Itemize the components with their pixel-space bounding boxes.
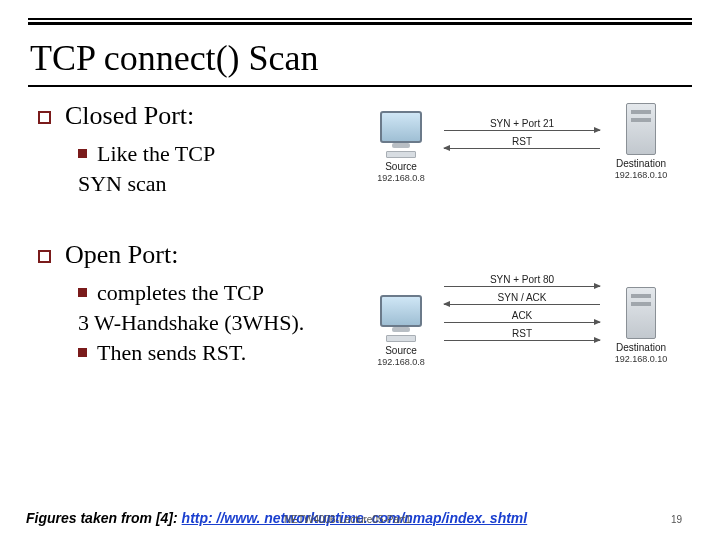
section-heading: Closed Port: [65, 101, 194, 131]
bullet-filled-icon [78, 288, 87, 297]
host-ip: 192.168.0.8 [366, 357, 436, 367]
arrow-label: RST [444, 136, 600, 147]
footer-overprint: NETW4006-Lecture05-Part1 [284, 514, 411, 525]
section-heading: Open Port: [65, 240, 178, 270]
computer-icon [380, 111, 422, 143]
computer-icon [380, 295, 422, 327]
arrow-label: SYN + Port 21 [444, 118, 600, 129]
bullet-open-icon [38, 250, 51, 263]
slide-title: TCP connect() Scan [30, 37, 690, 79]
arrow-row: RST [444, 137, 600, 153]
bullet-text: completes the TCP [97, 278, 264, 308]
arrow-label: ACK [444, 310, 600, 321]
diagram-open-port: Source 192.168.0.8 Destination 192.168.0… [366, 269, 676, 399]
host-label: Destination [606, 342, 676, 354]
arrow-row: SYN + Port 21 [444, 119, 600, 135]
footer-prefix: Figures taken from [4]: [26, 510, 182, 526]
host-label: Destination [606, 158, 676, 170]
host-label: Source [366, 345, 436, 357]
server-icon [626, 103, 656, 155]
bullet-continuation: 3 W-Handshake (3WHS). [78, 308, 358, 338]
arrow-row: RST [444, 329, 600, 345]
arrow-row: ACK [444, 311, 600, 327]
host-label: Source [366, 161, 436, 173]
bullet-text: Like the TCP [97, 139, 215, 169]
diagram-closed-port: Source 192.168.0.8 Destination 192.168.0… [366, 101, 676, 211]
bullet-continuation: SYN scan [78, 169, 358, 199]
host-ip: 192.168.0.8 [366, 173, 436, 183]
arrow-row: SYN / ACK [444, 293, 600, 309]
arrow-label: RST [444, 328, 600, 339]
host-ip: 192.168.0.10 [606, 170, 676, 180]
bullet-filled-icon [78, 348, 87, 357]
bullet-open-icon [38, 111, 51, 124]
server-icon [626, 287, 656, 339]
footer-citation: Figures taken from [4]: http: //www. net… [26, 510, 527, 526]
page-number: 19 [671, 514, 682, 525]
host-ip: 192.168.0.10 [606, 354, 676, 364]
section-open-port: Open Port: completes the TCP 3 W-Handsha… [38, 240, 358, 367]
arrow-row: SYN + Port 80 [444, 275, 600, 291]
arrow-label: SYN / ACK [444, 292, 600, 303]
bullet-filled-icon [78, 149, 87, 158]
arrow-label: SYN + Port 80 [444, 274, 600, 285]
bullet-text: Then sends RST. [97, 338, 246, 368]
section-closed-port: Closed Port: Like the TCP SYN scan [38, 101, 358, 198]
